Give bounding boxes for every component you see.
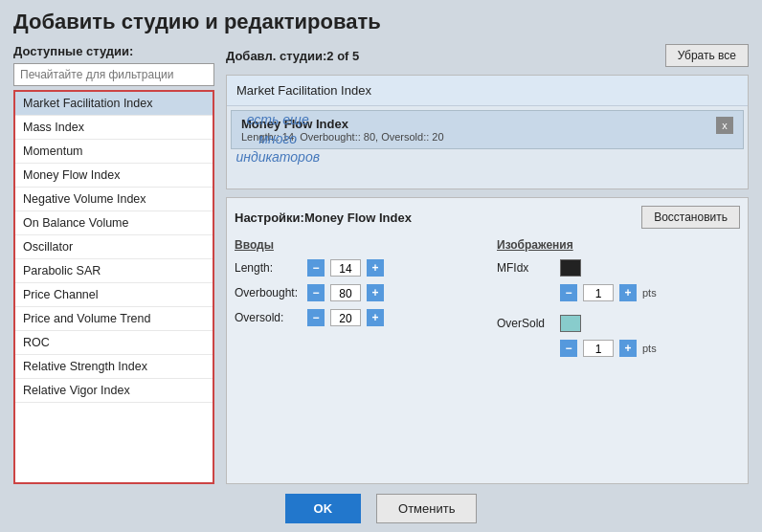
- list-item[interactable]: Relative Strength Index: [15, 355, 213, 379]
- list-item[interactable]: On Balance Volume: [15, 211, 213, 235]
- display-header: Изображения: [497, 238, 740, 252]
- available-label: Доступные студии:: [13, 44, 214, 58]
- ok-button[interactable]: OK: [285, 494, 362, 523]
- input-value: 80: [330, 284, 361, 301]
- plus-pts-button[interactable]: +: [619, 340, 637, 357]
- minus-button[interactable]: −: [307, 259, 325, 277]
- list-item[interactable]: Price and Volume Trend: [15, 307, 213, 331]
- plus-button[interactable]: +: [367, 309, 384, 326]
- display-row-color: MFIdx: [497, 259, 740, 277]
- list-item[interactable]: Mass Index: [15, 116, 213, 140]
- display-col: Изображения MFIdx − 1 + pts OverSold − 1…: [497, 238, 740, 365]
- input-label: Oversold:: [235, 311, 302, 324]
- list-item[interactable]: Market Facilitation Index: [15, 92, 213, 116]
- input-label: Length:: [235, 261, 302, 275]
- plus-pts-button[interactable]: +: [619, 284, 637, 301]
- added-studies-list: Market Facilitation Index Money Flow Ind…: [226, 75, 749, 189]
- plus-button[interactable]: +: [367, 259, 384, 277]
- restore-button[interactable]: Восстановить: [641, 206, 740, 229]
- minus-pts-button[interactable]: −: [560, 284, 577, 301]
- minus-button[interactable]: −: [307, 284, 325, 301]
- right-panel: Добавл. студии:2 of 5 Убрать все Market …: [226, 44, 749, 484]
- remove-all-button[interactable]: Убрать все: [665, 44, 749, 67]
- settings-columns: Вводы Length: − 14 + Overbought: − 80 + …: [235, 238, 740, 365]
- cancel-button[interactable]: Отменить: [376, 494, 477, 523]
- list-item[interactable]: Oscillator: [15, 235, 213, 259]
- list-item[interactable]: Relative Vigor Index: [15, 379, 213, 403]
- settings-header: Настройки:Money Flow Index Восстановить: [235, 206, 740, 229]
- input-label: Overbought:: [235, 286, 302, 299]
- pts-value: 1: [583, 340, 614, 357]
- pts-label: pts: [642, 287, 657, 299]
- display-row-pts: − 1 + pts: [497, 340, 740, 357]
- content-area: Доступные студии: Market Facilitation In…: [13, 44, 749, 484]
- right-top-header: Добавл. студии:2 of 5 Убрать все: [226, 44, 749, 67]
- display-label: MFIdx: [497, 261, 554, 275]
- display-label: OverSold: [497, 317, 554, 330]
- dialog-container: Добавить студию и редактировать Доступны…: [0, 0, 762, 532]
- list-item[interactable]: ROC: [15, 331, 213, 355]
- added-studies-label: Добавл. студии:2 of 5: [226, 49, 359, 63]
- study-name: Money Flow Index: [241, 117, 444, 131]
- list-item[interactable]: Parabolic SAR: [15, 259, 213, 283]
- study-details: Length:: 14, Overbought:: 80, Oversold::…: [241, 131, 444, 143]
- pts-value: 1: [583, 284, 614, 301]
- indicator-list[interactable]: Market Facilitation IndexMass IndexMomen…: [13, 90, 214, 484]
- list-item[interactable]: Momentum: [15, 140, 213, 164]
- dialog-title: Добавить студию и редактировать: [13, 10, 749, 34]
- input-row: Overbought: − 80 +: [235, 284, 478, 301]
- display-row-pts: − 1 + pts: [497, 284, 740, 301]
- list-item[interactable]: Negative Volume Index: [15, 188, 213, 211]
- list-item[interactable]: Price Channel: [15, 283, 213, 307]
- settings-title: Настройки:Money Flow Index: [235, 211, 412, 225]
- settings-panel: Настройки:Money Flow Index Восстановить …: [226, 197, 749, 484]
- minus-pts-button[interactable]: −: [560, 340, 577, 357]
- left-panel: Доступные студии: Market Facilitation In…: [13, 44, 214, 484]
- plus-button[interactable]: +: [367, 284, 384, 301]
- input-row: Oversold: − 20 +: [235, 309, 478, 326]
- remove-study-button[interactable]: x: [716, 117, 733, 134]
- pts-label: pts: [642, 343, 657, 354]
- color-picker[interactable]: [560, 315, 581, 332]
- input-value: 14: [330, 259, 361, 277]
- added-study-plain[interactable]: Market Facilitation Index: [227, 76, 748, 106]
- color-picker[interactable]: [560, 259, 581, 277]
- display-row-color: OverSold: [497, 315, 740, 332]
- filter-input[interactable]: [13, 63, 214, 86]
- inputs-header: Вводы: [235, 238, 478, 252]
- input-value: 20: [330, 309, 361, 326]
- inputs-col: Вводы Length: − 14 + Overbought: − 80 + …: [235, 238, 478, 365]
- minus-button[interactable]: −: [307, 309, 325, 326]
- input-row: Length: − 14 +: [235, 259, 478, 277]
- list-item[interactable]: Money Flow Index: [15, 164, 213, 188]
- added-study-with-x[interactable]: Money Flow Index Length:: 14, Overbought…: [231, 110, 744, 149]
- bottom-buttons: OK Отменить: [13, 494, 749, 523]
